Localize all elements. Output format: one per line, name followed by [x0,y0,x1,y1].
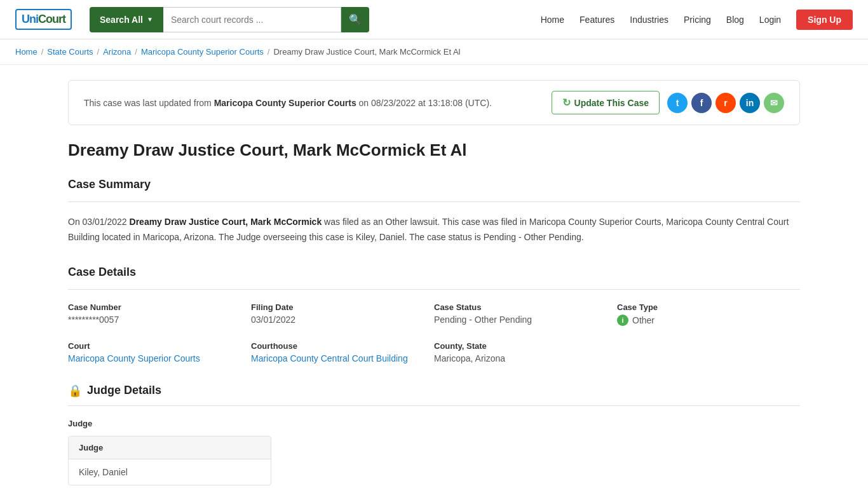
case-details-grid-row1: Case Number *********0057 Filing Date 03… [68,302,800,326]
breadcrumb-current: Dreamy Draw Justice Court, Mark McCormic… [273,47,460,57]
case-status-item: Case Status Pending - Other Pending [434,302,617,326]
judge-table: Judge Kiley, Daniel [68,436,271,485]
court-label: Court [68,341,251,351]
update-prefix: This case was last updated from [84,98,212,108]
update-banner-right: ↻ Update This Case t f r in ✉ [552,91,784,114]
judge-table-row: Kiley, Daniel [69,459,271,485]
update-text: This case was last updated from Maricopa… [84,98,492,108]
courthouse-item: Courthouse Maricopa County Central Court… [251,341,434,363]
case-type-label: Case Type [617,302,800,312]
search-all-label: Search All [100,15,143,25]
judge-divider [68,405,800,406]
logo[interactable]: UniCourt [15,9,72,30]
case-details-heading: Case Details [68,266,800,279]
court-value: Maricopa County Superior Courts [68,353,251,363]
breadcrumb-state-courts[interactable]: State Courts [47,47,93,57]
logo-text: UniCourt [15,9,72,30]
breadcrumb-maricopa[interactable]: Maricopa County Superior Courts [141,47,264,57]
nav-industries[interactable]: Industries [630,15,668,25]
courthouse-value: Maricopa County Central Court Building [251,353,434,363]
update-case-button[interactable]: ↻ Update This Case [552,91,660,114]
judge-icon: 🔒 [68,384,82,398]
filing-date-label: Filing Date [251,302,434,312]
nav-login[interactable]: Login [759,15,781,25]
case-summary-section: Case Summary On 03/01/2022 Dreamy Draw J… [68,178,800,245]
filing-date-value: 03/01/2022 [251,315,434,325]
judge-section: 🔒 Judge Details Judge Judge Kiley, Danie… [68,384,800,485]
signup-button[interactable]: Sign Up [796,10,853,30]
county-state-value: Maricopa, Arizona [434,353,617,363]
case-number-label: Case Number [68,302,251,312]
search-bar: Search All ▼ 🔍 [90,7,369,32]
breadcrumb-sep-3: / [135,47,137,57]
case-type-item: Case Type i Other [617,302,800,326]
breadcrumb: Home / State Courts / Arizona / Maricopa… [0,39,868,65]
main-content: This case was last updated from Maricopa… [53,80,815,485]
county-state-item: County, State Maricopa, Arizona [434,341,617,363]
case-status-value: Pending - Other Pending [434,315,617,325]
search-input[interactable] [163,7,341,32]
case-number-value: *********0057 [68,315,251,325]
nav-pricing[interactable]: Pricing [684,15,711,25]
refresh-icon: ↻ [562,97,571,109]
judge-section-label: Judge Details [87,384,161,397]
nav-features[interactable]: Features [580,15,614,25]
update-btn-label: Update This Case [574,98,649,108]
case-type-value-container: i Other [617,315,800,326]
case-title: Dreamy Draw Justice Court, Mark McCormic… [68,140,800,160]
email-icon[interactable]: ✉ [764,93,784,113]
facebook-icon[interactable]: f [691,93,712,113]
case-summary-text: On 03/01/2022 Dreamy Draw Justice Court,… [68,215,800,245]
case-status-label: Case Status [434,302,617,312]
courthouse-label: Courthouse [251,341,434,351]
case-type-value: Other [632,315,654,325]
breadcrumb-sep-2: / [97,47,100,57]
search-submit-button[interactable]: 🔍 [341,7,369,32]
breadcrumb-arizona[interactable]: Arizona [103,47,131,57]
case-number-item: Case Number *********0057 [68,302,251,326]
breadcrumb-sep-1: / [41,47,44,57]
judge-label: Judge [68,419,800,428]
info-icon: i [617,315,628,326]
courthouse-link[interactable]: Maricopa County Central Court Building [251,353,408,363]
site-header: UniCourt Search All ▼ 🔍 Home Features In… [0,0,868,39]
main-nav: Home Features Industries Pricing Blog Lo… [541,10,853,30]
chevron-down-icon: ▼ [147,16,153,23]
search-icon: 🔍 [349,13,362,25]
details-divider [68,289,800,290]
case-name-bold: Dreamy Draw Justice Court, Mark McCormic… [130,217,322,227]
case-summary-heading: Case Summary [68,178,800,191]
case-details-grid-row2: Court Maricopa County Superior Courts Co… [68,341,800,363]
update-court-name: Maricopa County Superior Courts [214,98,356,108]
twitter-icon[interactable]: t [667,93,688,113]
case-details-section: Case Details Case Number *********0057 F… [68,266,800,363]
linkedin-icon[interactable]: in [740,93,760,113]
court-link[interactable]: Maricopa County Superior Courts [68,353,200,363]
reddit-icon[interactable]: r [715,93,736,113]
breadcrumb-home[interactable]: Home [15,47,37,57]
update-suffix: on 08/23/2022 at 13:18:08 (UTC). [359,98,492,108]
judge-table-header: Judge [69,437,271,459]
judge-section-heading: 🔒 Judge Details [68,384,800,398]
summary-divider [68,201,800,202]
breadcrumb-sep-4: / [268,47,270,57]
county-state-label: County, State [434,341,617,351]
court-item: Court Maricopa County Superior Courts [68,341,251,363]
nav-blog[interactable]: Blog [726,15,744,25]
social-icons: t f r in ✉ [667,93,784,113]
filing-date-item: Filing Date 03/01/2022 [251,302,434,326]
search-all-button[interactable]: Search All ▼ [90,7,163,32]
nav-home[interactable]: Home [541,15,564,25]
update-banner: This case was last updated from Maricopa… [68,80,800,125]
